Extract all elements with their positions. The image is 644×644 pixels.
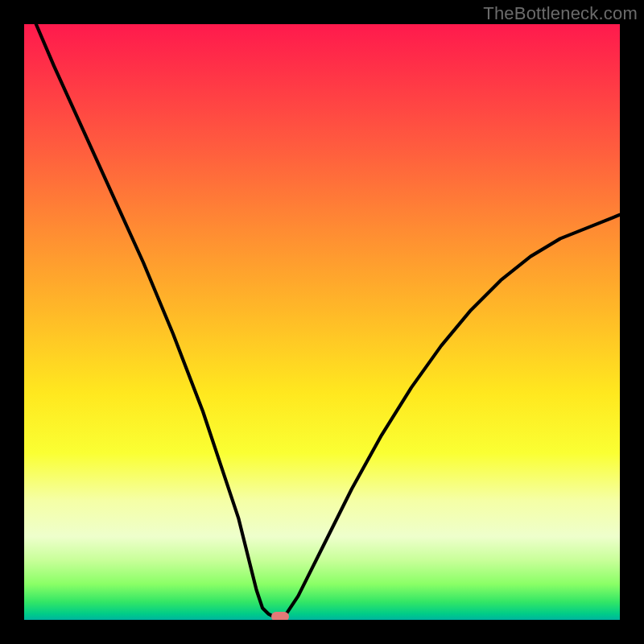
optimum-marker	[271, 612, 289, 620]
curve-svg	[24, 24, 620, 620]
chart-frame: TheBottleneck.com	[0, 0, 644, 644]
watermark-text: TheBottleneck.com	[483, 3, 638, 24]
plot-area	[24, 24, 620, 620]
bottleneck-curve	[36, 24, 620, 617]
